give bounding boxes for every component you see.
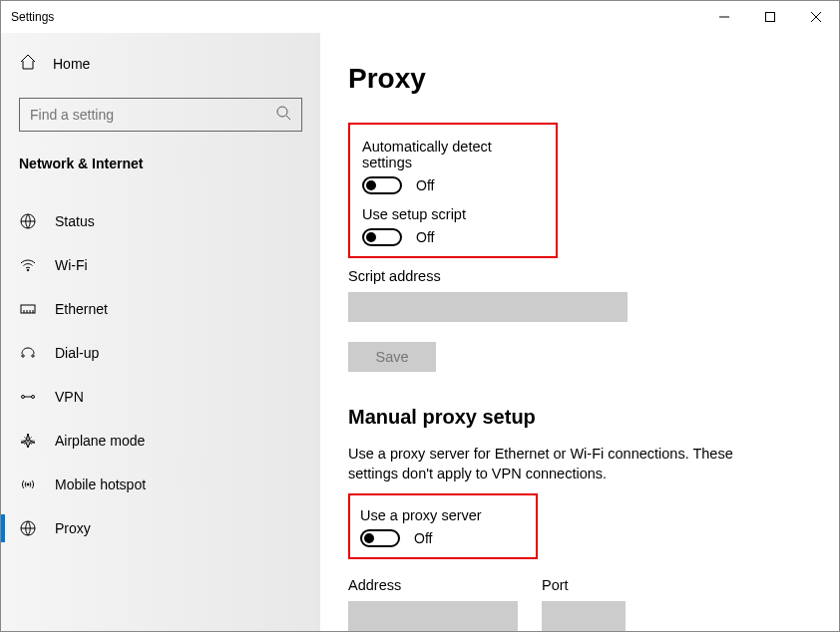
sidebar-item-label: Wi-Fi <box>55 257 88 273</box>
svg-point-16 <box>22 396 25 399</box>
search-icon <box>275 105 291 125</box>
sidebar-item-label: Proxy <box>55 520 91 536</box>
sidebar-item-label: Status <box>55 213 95 229</box>
svg-point-19 <box>27 483 29 485</box>
port-label: Port <box>542 577 626 593</box>
script-address-input[interactable] <box>348 292 628 322</box>
sidebar-item-label: Dial-up <box>55 345 99 361</box>
sidebar-item-label: VPN <box>55 389 84 405</box>
highlight-box-manual: Use a proxy server Off <box>348 493 538 559</box>
close-button[interactable] <box>793 1 839 33</box>
port-input[interactable] <box>542 601 626 631</box>
auto-detect-toggle[interactable] <box>362 176 402 194</box>
maximize-button[interactable] <box>747 1 793 33</box>
sidebar-item-ethernet[interactable]: Ethernet <box>1 287 320 331</box>
search-input[interactable] <box>30 107 275 123</box>
address-label: Address <box>348 577 518 593</box>
airplane-icon <box>19 432 37 450</box>
auto-detect-label: Automatically detect settings <box>362 139 544 170</box>
sidebar-item-wifi[interactable]: Wi-Fi <box>1 243 320 287</box>
svg-point-8 <box>27 269 29 271</box>
svg-point-4 <box>277 107 287 117</box>
wifi-icon <box>19 256 37 274</box>
sidebar-item-status[interactable]: Status <box>1 199 320 243</box>
setup-script-state: Off <box>416 229 434 245</box>
sidebar-item-proxy[interactable]: Proxy <box>1 506 320 550</box>
ethernet-icon <box>19 300 37 318</box>
sidebar: Home Network & Internet Status Wi-Fi <box>1 33 320 631</box>
home-icon <box>19 53 37 74</box>
address-input[interactable] <box>348 601 518 631</box>
setup-script-toggle[interactable] <box>362 228 402 246</box>
use-proxy-toggle[interactable] <box>360 529 400 547</box>
manual-heading: Manual proxy setup <box>348 406 811 429</box>
setup-script-label: Use setup script <box>362 206 544 222</box>
svg-point-17 <box>32 396 35 399</box>
save-button[interactable]: Save <box>348 342 436 372</box>
sidebar-item-hotspot[interactable]: Mobile hotspot <box>1 463 320 506</box>
svg-point-14 <box>22 355 24 357</box>
window-controls <box>701 1 839 33</box>
sidebar-item-vpn[interactable]: VPN <box>1 375 320 419</box>
svg-point-15 <box>32 355 34 357</box>
dialup-icon <box>19 344 37 362</box>
auto-detect-state: Off <box>416 177 434 193</box>
sidebar-item-label: Mobile hotspot <box>55 476 146 492</box>
content: Proxy Automatically detect settings Off … <box>320 33 839 631</box>
sidebar-item-dialup[interactable]: Dial-up <box>1 331 320 375</box>
home-label: Home <box>53 56 90 72</box>
status-icon <box>19 212 37 230</box>
manual-desc: Use a proxy server for Ethernet or Wi-Fi… <box>348 445 777 483</box>
titlebar: Settings <box>1 1 839 33</box>
category-heading: Network & Internet <box>1 156 320 189</box>
vpn-icon <box>19 388 37 406</box>
search-box[interactable] <box>19 98 302 132</box>
highlight-box-auto: Automatically detect settings Off Use se… <box>348 123 558 258</box>
svg-rect-1 <box>766 13 775 22</box>
hotspot-icon <box>19 475 37 493</box>
sidebar-item-label: Airplane mode <box>55 433 145 449</box>
window-title: Settings <box>11 10 54 24</box>
nav-list: Status Wi-Fi Ethernet Dial-up <box>1 199 320 550</box>
script-address-label: Script address <box>348 268 811 284</box>
svg-line-5 <box>286 116 290 120</box>
home-link[interactable]: Home <box>1 43 320 84</box>
sidebar-item-airplane[interactable]: Airplane mode <box>1 419 320 463</box>
page-title: Proxy <box>348 63 811 95</box>
sidebar-item-label: Ethernet <box>55 301 108 317</box>
minimize-button[interactable] <box>701 1 747 33</box>
use-proxy-label: Use a proxy server <box>360 507 526 523</box>
proxy-icon <box>19 519 37 537</box>
use-proxy-state: Off <box>414 530 432 546</box>
